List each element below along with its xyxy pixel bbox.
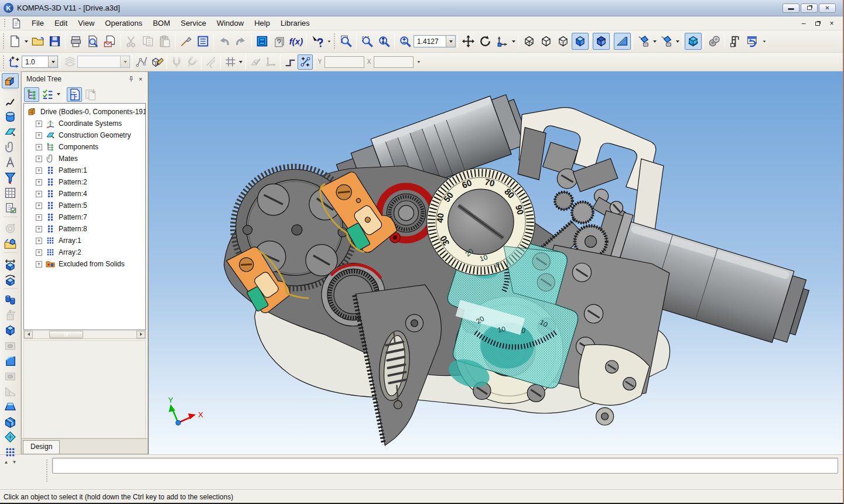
auxiliary-geometry-button[interactable] [2, 124, 19, 139]
save-button[interactable] [46, 33, 63, 50]
edit-sketch-button[interactable] [149, 54, 165, 70]
close-panel-icon[interactable]: × [136, 74, 145, 84]
menu-file[interactable]: File [26, 17, 49, 29]
drive-assembly-model[interactable]: 30 40 50 60 70 80 90 20 10 0 20 10 0 10 [149, 71, 843, 454]
relations-view-button[interactable] [40, 87, 55, 102]
property-bar-field[interactable] [52, 458, 838, 474]
scroll-right-button[interactable] [136, 331, 145, 338]
fillet-button[interactable] [2, 353, 19, 368]
toolbar-overflow[interactable] [326, 34, 332, 49]
move-component-button[interactable] [2, 256, 19, 272]
move-cs-dropdown[interactable] [511, 33, 517, 50]
object-properties-button[interactable] [194, 33, 211, 50]
pin-icon[interactable] [127, 74, 136, 84]
refresh-window-button[interactable] [744, 33, 761, 50]
reports-button[interactable] [2, 200, 19, 215]
shell-button[interactable] [2, 414, 19, 429]
tree-item-pattern-2[interactable]: +Pattern:2 [24, 176, 145, 188]
pattern-feature-button[interactable] [2, 292, 19, 307]
document-system-icon[interactable] [11, 18, 22, 29]
scroll-left-button[interactable] [24, 331, 33, 338]
state-toolbar-grip[interactable] [2, 55, 5, 68]
section-button[interactable] [2, 429, 19, 444]
x-coordinate-field[interactable] [374, 56, 414, 68]
tree-item-excluded-from-solids[interactable]: +Excluded from Solids [24, 258, 145, 270]
menu-edit[interactable]: Edit [49, 17, 73, 29]
mdi-restore-button[interactable] [814, 19, 822, 28]
draft-button[interactable] [2, 399, 19, 414]
paste-button[interactable] [156, 33, 173, 50]
hole-button[interactable] [2, 368, 19, 383]
extrude-button[interactable] [2, 307, 19, 323]
menu-service[interactable]: Service [176, 17, 211, 29]
tree-item-pattern-1[interactable]: +Pattern:1 [24, 164, 145, 176]
filters-button[interactable] [2, 170, 19, 185]
tree-item-mates[interactable]: +Mates [24, 153, 145, 164]
shaded-edges-button[interactable] [593, 33, 610, 50]
round-feature-button[interactable] [2, 221, 19, 236]
variables-button[interactable] [254, 33, 271, 50]
print-preview-button[interactable] [84, 33, 101, 50]
restore-button[interactable] [801, 4, 818, 13]
contour-button[interactable] [134, 54, 149, 70]
copy-button[interactable] [139, 33, 156, 50]
current-step-dropdown[interactable] [48, 56, 57, 67]
copy-properties-button[interactable] [177, 33, 194, 50]
snap-points-button[interactable] [298, 54, 313, 70]
zoom-selection-button[interactable] [358, 33, 375, 50]
rebuild-document-button[interactable] [83, 87, 98, 102]
tree-item-construction-geometry[interactable]: +Construction Geometry [24, 129, 145, 141]
menu-libraries[interactable]: Libraries [275, 17, 315, 29]
menu-operations[interactable]: Operations [100, 17, 148, 29]
function-button[interactable]: f(x) [288, 33, 305, 50]
light-source-1-dropdown[interactable] [652, 33, 658, 50]
redo-button[interactable] [233, 33, 250, 50]
grid-button[interactable] [223, 54, 238, 70]
pan-button[interactable] [460, 33, 477, 50]
new-document-dropdown[interactable] [23, 33, 29, 50]
menu-bom[interactable]: BOM [148, 17, 176, 29]
tree-horizontal-scrollbar[interactable] [23, 330, 146, 339]
state-toolbar-overflow[interactable] [415, 54, 422, 70]
print-button[interactable] [67, 33, 84, 50]
information-button[interactable] [271, 33, 288, 50]
current-step-combo[interactable]: 1.0 [22, 56, 58, 68]
light-source-1-button[interactable] [635, 33, 652, 50]
mdi-minimize-button[interactable]: – [799, 19, 808, 28]
tree-item-pattern-8[interactable]: +Pattern:8 [24, 223, 145, 235]
relations-dropdown[interactable] [56, 86, 61, 103]
undo-button[interactable] [216, 33, 233, 50]
open-button[interactable] [29, 33, 46, 50]
cut-button[interactable] [122, 33, 139, 50]
tree-item-root[interactable]: Drive (Bodies-0, Components-191 [24, 106, 145, 118]
menu-help[interactable]: Help [249, 17, 275, 29]
perspective-button[interactable] [614, 33, 631, 50]
spatial-curves-button[interactable] [2, 94, 19, 109]
rotate-component-button[interactable] [2, 272, 19, 287]
zoom-in-out-button[interactable] [375, 33, 392, 50]
tree-item-pattern-5[interactable]: +Pattern:5 [24, 200, 145, 211]
menu-window[interactable]: Window [211, 17, 249, 29]
ortho-drawing-button[interactable] [282, 54, 298, 70]
document-view-button[interactable] [67, 87, 82, 102]
minimize-button[interactable]: ▬ [783, 4, 799, 13]
local-cs-button[interactable] [248, 54, 263, 70]
tree-item-pattern-4[interactable]: +Pattern:4 [24, 188, 145, 200]
compact-panel-scroll[interactable]: ▲▼ [4, 460, 17, 466]
snap-global-button[interactable] [169, 54, 184, 70]
layers-button[interactable] [62, 54, 77, 70]
tree-item-array-2[interactable]: +Array:2 [24, 246, 145, 258]
tab-design[interactable]: Design [23, 440, 60, 454]
zoom-area-button[interactable] [337, 33, 354, 50]
edit-part-button[interactable] [2, 73, 19, 88]
light-source-2-button[interactable] [658, 33, 675, 50]
zoom-current-button[interactable] [397, 33, 414, 50]
component-positioning-button[interactable] [706, 33, 723, 50]
wireframe-no-hidden-button[interactable] [538, 33, 555, 50]
view-toolbar-grip[interactable] [333, 33, 336, 50]
measurements-button[interactable] [2, 155, 19, 170]
layers-combo[interactable] [77, 56, 130, 68]
toolbar-grip[interactable] [2, 33, 5, 50]
hidden-thin-button[interactable] [555, 33, 572, 50]
rib-button[interactable] [2, 383, 19, 399]
